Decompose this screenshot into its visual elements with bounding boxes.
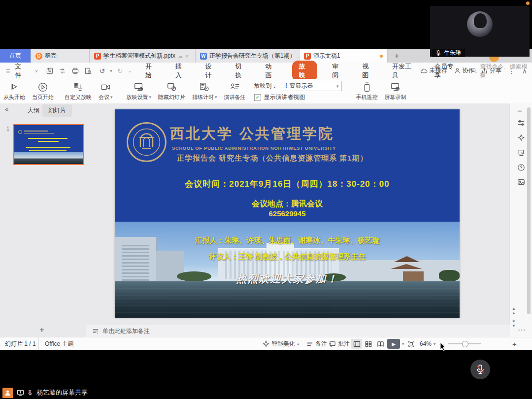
more-tools-icon[interactable]: ⌄ [128, 68, 132, 73]
slide-series-line[interactable]: 正学报告会 研究生专场（公共信息资源管理系 第1期） [177, 154, 368, 163]
theme-label[interactable]: Office 主题 [38, 337, 73, 350]
ppt-file-icon: P [94, 53, 101, 60]
rail-drag-handle[interactable]: ≡ [517, 107, 522, 116]
properties-sliders-icon[interactable] [517, 119, 525, 129]
show-settings-button[interactable]: 放映设置▾ [123, 80, 155, 102]
slide-meeting-time[interactable]: 会议时间：2021年9月16日（周四）18：30-20：00 [115, 178, 460, 190]
slide-title-school-en[interactable]: SCHOOL OF PUBLIC ADMINISTRATION NORTHWES… [172, 145, 336, 151]
print-icon[interactable] [71, 67, 79, 75]
menu-item-devtools[interactable]: 开发工具 [389, 61, 420, 81]
tab-outline[interactable]: 大纲 [22, 104, 45, 117]
speaker-notes-button[interactable]: 演讲备注 [221, 80, 249, 102]
menu-item-slideshow-active[interactable]: 放映 [292, 61, 317, 81]
menu-item-animation[interactable]: 动画 [263, 61, 281, 81]
prev-slide-icon[interactable]: ▲▲ [512, 306, 516, 315]
play-icon: ▶ [387, 339, 400, 349]
menu-item-design[interactable]: 设计 [202, 61, 221, 81]
share-icon [481, 67, 488, 74]
slide-meeting-id[interactable]: 625629945 [115, 209, 460, 218]
slide-title-school[interactable]: 西北大学 公共管理学院 [170, 124, 334, 144]
slide-presenters[interactable]: 汇报人：朱琳、许瑛、朱思雨、谢寒冰、牛朱琳、杨艺璇 [115, 236, 460, 245]
chevron-down-icon: ▾ [110, 68, 112, 73]
zoom-slider-knob[interactable] [462, 341, 468, 347]
help-icon[interactable] [517, 164, 525, 173]
notes-toggle-button[interactable]: 备注▾ [306, 337, 332, 350]
screen-record-button[interactable]: 屏幕录制 [381, 80, 410, 102]
export-icon[interactable] [59, 67, 66, 75]
collapse-ribbon-icon[interactable]: ∧ [522, 67, 527, 74]
normal-view-button[interactable] [351, 339, 362, 349]
menu-item-insert[interactable]: 插入 [172, 61, 191, 81]
microphone-button[interactable] [470, 360, 490, 379]
slide-sorter-view-button[interactable] [363, 339, 374, 349]
unsaved-status[interactable]: 未保存 [420, 66, 447, 75]
menu-item-review[interactable]: 审阅 [329, 61, 347, 81]
mic-muted-icon [475, 364, 486, 375]
from-beginning-button[interactable]: 从头开始 [0, 80, 29, 102]
note-icon [306, 341, 313, 347]
collapse-sidebar-icon[interactable]: « [5, 105, 8, 113]
next-slide-icon[interactable]: ▼▼ [512, 319, 516, 328]
hide-slide-button[interactable]: 隐藏幻灯片 [155, 80, 189, 102]
share-button[interactable]: 分享 [481, 66, 501, 75]
menu-item-view[interactable]: 视图 [359, 61, 377, 81]
slideshow-toolbar: 从头开始 当页开始 自定义放映 会议▾ 放映设置▾ 隐藏幻灯片 排练计时▾ 演 [0, 79, 532, 104]
chevron-down-icon[interactable]: ∨ [35, 68, 38, 73]
present-display-icon[interactable] [517, 149, 525, 159]
phone-remote-button[interactable]: 手机遥控 [353, 80, 381, 102]
fit-to-window-button[interactable] [408, 337, 415, 350]
vertical-scrollbar[interactable] [527, 107, 531, 314]
participant-video[interactable]: 牛朱琳 [430, 6, 530, 57]
beautify-icon [263, 340, 269, 347]
undo-icon[interactable]: ↺ [99, 67, 105, 74]
slide-canvas[interactable]: 西北大学 公共管理学院 SCHOOL OF PUBLIC ADMINISTRAT… [115, 109, 460, 318]
presenter-view-checkbox[interactable]: ✓ [254, 94, 261, 101]
meeting-button[interactable]: 会议▾ [95, 80, 116, 102]
collaborate-button[interactable]: 协作 [454, 66, 474, 75]
zoom-slider[interactable] [448, 337, 481, 350]
hamburger-menu-icon[interactable]: ≡ [6, 67, 10, 74]
more-menu-icon[interactable]: ⋮ [508, 67, 515, 74]
screen-share-icon [17, 390, 24, 396]
custom-show-button[interactable]: 自定义放映 [61, 80, 95, 102]
notes-lines-icon [92, 328, 99, 334]
slide-count-label: 幻灯片 1 / 1 [5, 337, 36, 350]
recording-dot [526, 1, 530, 5]
slide-reviewer[interactable]: 评议人：王铮 副教授，公共信息资源管理系主任 [115, 252, 460, 262]
print-preview-icon[interactable] [84, 67, 92, 75]
custom-show-icon [73, 82, 84, 93]
rehearse-timing-button[interactable]: 排练计时▾ [189, 80, 221, 102]
slide-meeting-place[interactable]: 会议地点：腾讯会议 [115, 199, 460, 209]
rail-more-icon[interactable]: ⋯ [518, 325, 526, 334]
mic-muted-icon [435, 50, 441, 56]
tab-docer[interactable]: D 稻壳 [31, 49, 90, 63]
menu-item-start[interactable]: 开始 [142, 61, 161, 81]
monitor-gear-icon [133, 82, 144, 93]
display-target-select[interactable]: 主要显示器▾ [281, 81, 342, 91]
from-current-button[interactable]: 当页开始 [29, 80, 57, 102]
video-camera-icon [100, 82, 111, 93]
image-tool-icon[interactable] [517, 178, 525, 188]
zoom-level[interactable]: 64%▾ [420, 337, 436, 350]
smart-beautify-button[interactable]: 智能美化▴ [263, 337, 299, 350]
play-slideshow-button[interactable]: ▶▾ [387, 337, 404, 350]
reading-view-button[interactable] [375, 339, 386, 349]
notes-input-bar[interactable]: 单击此处添加备注 [86, 325, 510, 337]
slide-thumbnail[interactable] [13, 124, 84, 165]
save-icon[interactable] [46, 67, 54, 75]
display-to-label: 放映到： [254, 82, 278, 90]
zoom-in-button[interactable]: + [512, 337, 517, 350]
ribbon-menu-bar: ≡ 文件 ∨ ↺▾ ↻ ⌄ 开始 插入 设计 切换 动画 放映 审阅 视图 开发… [0, 63, 532, 79]
slide-welcome-line[interactable]: 热烈欢迎大家参加！ [115, 272, 460, 286]
zoom-slider-track [448, 343, 481, 344]
file-menu[interactable]: 文件 [15, 61, 30, 81]
effects-star-icon[interactable] [517, 134, 525, 144]
menu-item-transition[interactable]: 切换 [233, 61, 251, 81]
add-slide-button[interactable]: + [39, 325, 44, 335]
tab-slides[interactable]: 幻灯片 [42, 104, 72, 117]
close-tab-icon[interactable]: × [185, 53, 188, 59]
word-file-icon: W [200, 53, 207, 60]
comment-button[interactable]: 批注 [329, 337, 350, 350]
ppt-file-icon: P [304, 53, 311, 60]
redo-icon[interactable]: ↻ [117, 67, 123, 74]
